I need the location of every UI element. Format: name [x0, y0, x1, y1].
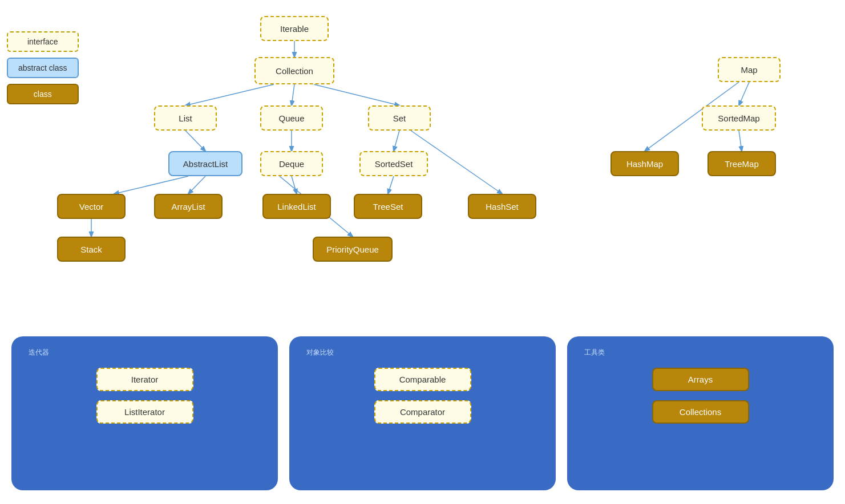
- node-stack: Stack: [57, 237, 126, 262]
- svg-line-14: [739, 82, 749, 105]
- node-treemap: TreeMap: [707, 151, 776, 176]
- node-sortedset: SortedSet: [359, 151, 428, 176]
- utility-panel: 工具类 Arrays Collections: [567, 336, 834, 490]
- utility-panel-items: Arrays Collections: [584, 368, 816, 424]
- class-diagram: Iterable Collection List Queue Set Abstr…: [0, 0, 845, 319]
- node-hashset: HashSet: [468, 194, 536, 219]
- comparable-node: Comparable: [374, 368, 471, 391]
- node-priorityqueue: PriorityQueue: [313, 237, 393, 262]
- svg-line-6: [394, 131, 399, 151]
- comparison-panel-title: 对象比较: [306, 348, 539, 357]
- svg-line-1: [185, 84, 274, 105]
- node-linkedlist: LinkedList: [262, 194, 331, 219]
- iterator-panel-title: 迭代器: [29, 348, 261, 357]
- node-arraylist: ArrayList: [154, 194, 223, 219]
- collections-node: Collections: [652, 400, 749, 424]
- node-deque: Deque: [260, 151, 323, 176]
- arrays-node: Arrays: [652, 368, 749, 391]
- node-list: List: [154, 105, 217, 131]
- iterator-node: Iterator: [96, 368, 193, 391]
- svg-line-2: [292, 84, 294, 105]
- node-vector: Vector: [57, 194, 126, 219]
- node-iterable: Iterable: [260, 16, 329, 41]
- node-sortedmap: SortedMap: [702, 105, 776, 131]
- utility-panel-title: 工具类: [584, 348, 816, 357]
- node-hashmap: HashMap: [610, 151, 679, 176]
- comparison-panel: 对象比较 Comparable Comparator: [289, 336, 556, 490]
- svg-line-10: [292, 176, 297, 194]
- bottom-panels: 迭代器 Iterator ListIterator 对象比较 Comparabl…: [0, 336, 845, 490]
- node-treeset: TreeSet: [354, 194, 422, 219]
- svg-line-9: [188, 176, 205, 194]
- comparison-panel-items: Comparable Comparator: [306, 368, 539, 424]
- svg-line-3: [314, 84, 399, 105]
- node-map: Map: [718, 57, 781, 82]
- iterator-panel-items: Iterator ListIterator: [29, 368, 261, 424]
- node-queue: Queue: [260, 105, 323, 131]
- node-collection: Collection: [254, 57, 334, 84]
- node-set: Set: [368, 105, 431, 131]
- svg-line-12: [388, 176, 394, 194]
- comparator-node: Comparator: [374, 400, 471, 424]
- svg-line-16: [739, 131, 742, 151]
- svg-line-8: [114, 176, 188, 194]
- node-abstractlist: AbstractList: [168, 151, 242, 176]
- svg-line-4: [185, 131, 205, 151]
- listiterator-node: ListIterator: [96, 400, 193, 424]
- iterator-panel: 迭代器 Iterator ListIterator: [11, 336, 278, 490]
